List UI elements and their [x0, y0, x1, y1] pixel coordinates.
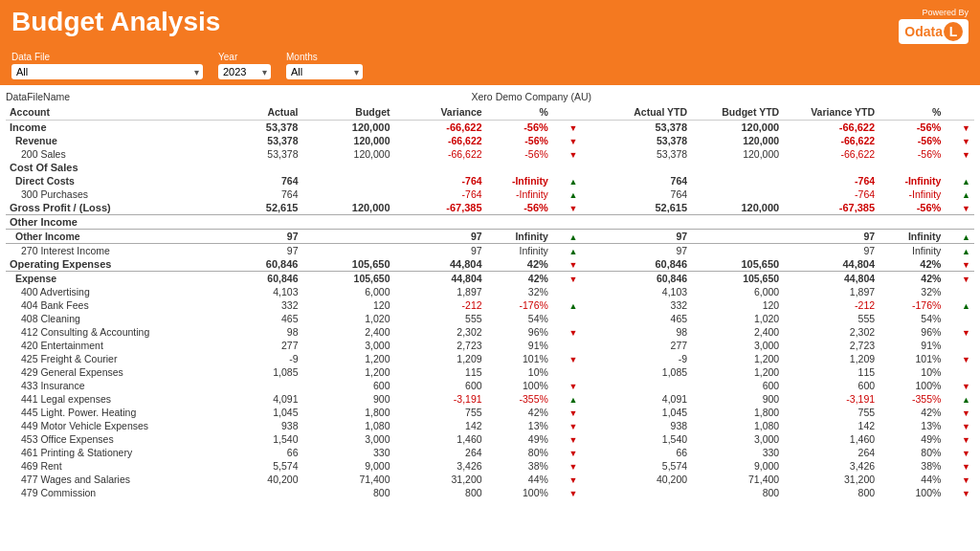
- table-cell: 1,200: [691, 352, 783, 365]
- filter-bar: Data File All Year 2023 Months All: [0, 50, 980, 85]
- table-cell: 764: [210, 174, 301, 187]
- table-cell: ▲: [552, 187, 582, 201]
- table-cell: 60,846: [599, 257, 691, 272]
- table-cell: [879, 215, 945, 230]
- table-body: Income53,378120,000-66,622-56%▼53,378120…: [6, 121, 974, 500]
- table-cell: 555: [394, 312, 486, 325]
- months-select-wrap[interactable]: All: [286, 64, 363, 79]
- table-cell: 97: [783, 244, 879, 258]
- table-cell: [581, 406, 599, 419]
- table-cell: [301, 174, 393, 187]
- table-row: 433 Insurance600600100%▼600600100%▼: [6, 379, 974, 392]
- table-cell: 120,000: [301, 201, 393, 215]
- table-cell: 97: [210, 230, 301, 244]
- table-cell: -66,622: [783, 121, 879, 135]
- table-cell: 764: [599, 174, 691, 187]
- table-cell: -3,191: [394, 392, 486, 406]
- table-row: 479 Commission800800100%▼800800100%▼: [6, 486, 974, 499]
- table-cell: 277: [210, 339, 301, 352]
- table-cell: 44%: [486, 473, 552, 486]
- table-cell: 800: [691, 486, 783, 499]
- table-cell: -67,385: [783, 201, 879, 215]
- table-cell: 2,302: [394, 325, 486, 339]
- table-cell: 1,200: [691, 365, 783, 379]
- table-cell: 60,846: [599, 272, 691, 286]
- table-cell: 101%: [486, 352, 552, 365]
- table-cell: 5,574: [210, 459, 301, 473]
- table-cell: [581, 215, 599, 230]
- table-cell: 755: [394, 406, 486, 419]
- table-cell: 115: [783, 365, 879, 379]
- table-cell: 101%: [879, 352, 945, 365]
- col-header-actual: Actual: [210, 104, 301, 121]
- table-cell: [581, 298, 599, 312]
- months-select[interactable]: All: [286, 64, 363, 79]
- table-cell: ▼: [945, 486, 974, 499]
- logo-link: L: [944, 22, 963, 41]
- table-cell: Operating Expenses: [6, 257, 210, 272]
- table-cell: 453 Office Expenses: [6, 432, 210, 446]
- table-cell: Infinity: [879, 244, 945, 258]
- table-cell: 142: [783, 419, 879, 432]
- table-cell: -355%: [486, 392, 552, 406]
- table-cell: [552, 285, 582, 298]
- table-cell: [599, 161, 691, 174]
- table-container: DataFileName Xero Demo Company (AU) Acco…: [0, 85, 980, 550]
- table-cell: 13%: [486, 419, 552, 432]
- table-cell: 408 Cleaning: [6, 312, 210, 325]
- table-cell: [301, 244, 393, 258]
- table-cell: 800: [394, 486, 486, 499]
- table-cell: 1,209: [783, 352, 879, 365]
- table-cell: ▼: [552, 473, 582, 486]
- table-cell: [581, 230, 599, 244]
- table-cell: 3,000: [691, 339, 783, 352]
- table-cell: 40,200: [210, 473, 301, 486]
- table-cell: ▲: [945, 244, 974, 258]
- table-cell: [599, 215, 691, 230]
- table-cell: [945, 285, 974, 298]
- table-cell: 425 Freight & Courier: [6, 352, 210, 365]
- table-cell: -Infinity: [486, 174, 552, 187]
- table-cell: -355%: [879, 392, 945, 406]
- budget-analysis-table: Account Actual Budget Variance % Actual …: [6, 104, 974, 499]
- table-cell: ▼: [945, 473, 974, 486]
- table-cell: 1,897: [783, 285, 879, 298]
- table-row: Gross Profit / (Loss)52,615120,000-67,38…: [6, 201, 974, 215]
- table-cell: ▼: [945, 325, 974, 339]
- table-cell: ▼: [552, 201, 582, 215]
- table-cell: Gross Profit / (Loss): [6, 201, 210, 215]
- table-cell: 1,540: [210, 432, 301, 446]
- data-file-name-value: Xero Demo Company (AU): [472, 91, 591, 102]
- table-cell: 105,650: [691, 257, 783, 272]
- table-cell: [581, 161, 599, 174]
- table-cell: ▼: [552, 432, 582, 446]
- data-file-select[interactable]: All: [11, 64, 203, 79]
- table-cell: Revenue: [6, 134, 210, 147]
- table-cell: ▼: [552, 272, 582, 286]
- year-select-wrap[interactable]: 2023: [218, 64, 271, 79]
- table-cell: 120,000: [691, 147, 783, 161]
- table-cell: 1,200: [301, 365, 393, 379]
- logo-area: Powered By Odata L: [899, 8, 969, 44]
- table-cell: 420 Entertainment: [6, 339, 210, 352]
- table-cell: 120,000: [691, 121, 783, 135]
- table-cell: ▲: [552, 392, 582, 406]
- table-cell: 105,650: [301, 272, 393, 286]
- table-cell: [210, 161, 301, 174]
- table-cell: 300 Purchases: [6, 187, 210, 201]
- table-cell: [581, 446, 599, 459]
- table-cell: -176%: [879, 298, 945, 312]
- year-select[interactable]: 2023: [218, 64, 271, 79]
- table-cell: 600: [783, 379, 879, 392]
- table-cell: 96%: [879, 325, 945, 339]
- table-cell: ▼: [552, 419, 582, 432]
- table-row: Revenue53,378120,000-66,622-56%▼53,37812…: [6, 134, 974, 147]
- table-cell: 105,650: [691, 272, 783, 286]
- table-cell: [486, 161, 552, 174]
- table-cell: 38%: [879, 459, 945, 473]
- data-file-select-wrap[interactable]: All: [11, 64, 203, 79]
- table-cell: [581, 392, 599, 406]
- table-cell: -56%: [486, 147, 552, 161]
- table-cell: Infinity: [486, 244, 552, 258]
- table-cell: 100%: [486, 379, 552, 392]
